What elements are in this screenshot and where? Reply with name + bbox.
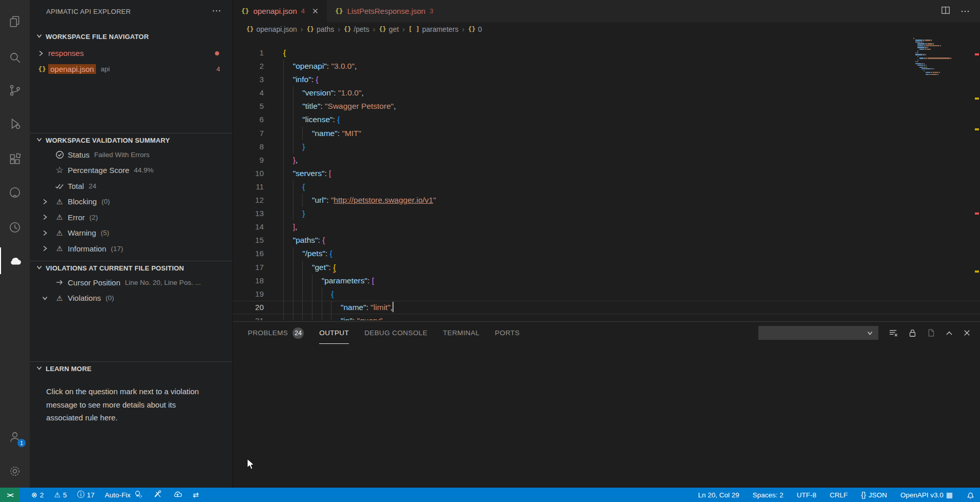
panel-tab-terminal[interactable]: TERMINAL: [443, 322, 479, 344]
explorer-icon[interactable]: [0, 8, 30, 35]
chevron-up-icon[interactable]: [945, 330, 953, 337]
tab-listpetsresponse-json[interactable]: {}ListPetsResponse.json3: [327, 0, 441, 22]
breadcrumb-separator: ›: [301, 25, 303, 33]
activity-bar: 1: [0, 0, 30, 488]
chevron-down-icon: [36, 136, 43, 145]
code-line-12[interactable]: 12"url": "http://petstore.swagger.io/v1": [233, 194, 980, 207]
status-item-5[interactable]: ⚠5: [50, 488, 70, 502]
section-header-workspace-file-navigator[interactable]: WORKSPACE FILE NAVIGATOR: [30, 30, 232, 43]
clear-output-icon[interactable]: [888, 328, 898, 338]
tree-item-violations[interactable]: ⚠Violations(0): [30, 291, 232, 306]
code-line-1[interactable]: 1{: [233, 46, 980, 60]
run-debug-icon[interactable]: [0, 110, 30, 137]
split-editor-icon[interactable]: [941, 6, 950, 17]
chevron-right-icon: [40, 245, 49, 252]
tree-item-percentage-score[interactable]: ☆Percentage Score44.9%: [30, 163, 232, 179]
remote-indicator[interactable]: ><: [0, 488, 19, 502]
lock-icon[interactable]: [908, 328, 917, 338]
code-line-14[interactable]: 14],: [233, 220, 980, 234]
tree-item-blocking[interactable]: ⚠Blocking(0): [30, 194, 232, 210]
tree-item-error[interactable]: ⚠Error(2): [30, 209, 232, 225]
open-in-editor-icon[interactable]: [927, 328, 935, 338]
tree-item-status[interactable]: StatusFailed With Errors: [30, 147, 232, 163]
panel-tab-ports[interactable]: PORTS: [495, 322, 520, 344]
code-line-15[interactable]: 15"paths": {: [233, 234, 980, 247]
close-tab-icon[interactable]: [312, 8, 319, 14]
code-line-21[interactable]: 21"in": "query",: [233, 314, 980, 320]
code-line-19[interactable]: 19{: [233, 287, 980, 301]
breadcrumb-item-paths[interactable]: {}paths: [307, 25, 335, 33]
code-line-9[interactable]: 9},: [233, 153, 980, 167]
status-item-auto-fix[interactable]: Auto-Fix: [101, 488, 146, 502]
panel-tab-output[interactable]: OUTPUT: [319, 322, 349, 344]
code-line-5[interactable]: 5"title": "Swagger Petstore",: [233, 100, 980, 113]
tree-item-information[interactable]: ⚠Information(17): [30, 241, 232, 257]
panel-tab-problems[interactable]: PROBLEMS24: [248, 322, 304, 344]
minimap[interactable]: [913, 38, 963, 75]
tree-item-total[interactable]: Total24: [30, 178, 232, 194]
code-line-17[interactable]: 17"get": {: [233, 261, 980, 274]
breadcrumb-item-pets[interactable]: {}/pets: [344, 25, 369, 33]
tree-item-openapi-json[interactable]: {}openapi.jsonapi4: [30, 61, 232, 77]
bell-icon[interactable]: [966, 491, 975, 499]
status-item-cloud-upload[interactable]: [169, 488, 186, 502]
code-line-6[interactable]: 6"license": {: [233, 113, 980, 126]
code-line-7[interactable]: 7"name": "MIT": [233, 127, 980, 140]
status-item-json[interactable]: {}JSON: [857, 488, 890, 502]
code-editor[interactable]: 1{2"openapi": "3.0.0",3"info": {4"versio…: [233, 36, 980, 321]
extensions-icon[interactable]: [0, 146, 30, 172]
code-line-16[interactable]: 16"/pets": {: [233, 247, 980, 260]
tab-openapi-json[interactable]: {}openapi.json4: [233, 0, 327, 22]
status-item-2[interactable]: ⊗2: [28, 488, 47, 502]
panel-tab-debug-console[interactable]: DEBUG CONSOLE: [364, 322, 427, 344]
code-line-18[interactable]: 18"parameters": [: [233, 274, 980, 287]
section-header-violations-at-current-file-position[interactable]: VIOLATIONS AT CURRENT FILE POSITION: [30, 261, 232, 275]
settings-icon[interactable]: [0, 458, 30, 485]
accounts-icon[interactable]: 1: [0, 423, 30, 450]
breadcrumb-item-openapi-json[interactable]: {}openapi.json: [246, 25, 297, 33]
status-item-utf-8[interactable]: UTF-8: [793, 488, 820, 502]
section-header-learn-more[interactable]: LEARN MORE: [30, 362, 232, 375]
tree-item-description: Failed With Errors: [94, 151, 150, 159]
modified-dot-badge: [215, 51, 219, 55]
status-item-openapi-v3-0[interactable]: OpenAPI v3.0▦: [897, 488, 956, 502]
status-item-tools[interactable]: [149, 488, 166, 502]
code-line-8[interactable]: 8}: [233, 140, 980, 153]
status-item-swap[interactable]: ⇄: [189, 488, 203, 502]
tree-item-label: Violations: [68, 294, 101, 302]
code-line-20[interactable]: 20"name": "limit",: [233, 301, 980, 314]
line-number: 17: [233, 261, 264, 274]
code-line-10[interactable]: 10"servers": [: [233, 167, 980, 180]
status-item-crlf[interactable]: CRLF: [826, 488, 851, 502]
section-header-workspace-validation-summary[interactable]: WORKSPACE VALIDATION SUMMARY: [30, 133, 232, 147]
status-item-ln-20-col-29[interactable]: Ln 20, Col 29: [694, 488, 742, 502]
history-icon[interactable]: [0, 214, 30, 241]
search-icon[interactable]: [0, 44, 30, 71]
tree-item-cursor-position[interactable]: Cursor PositionLine No. 20, Line Pos. ..…: [30, 275, 232, 291]
code-line-4[interactable]: 4"version": "1.0.0",: [233, 86, 980, 100]
github-icon[interactable]: [0, 179, 30, 206]
info-icon: ⓘ: [77, 490, 84, 499]
breadcrumb-item-parameters[interactable]: [ ]parameters: [408, 25, 459, 33]
code-line-13[interactable]: 13}: [233, 207, 980, 220]
apimatic-cloud-icon[interactable]: [0, 247, 30, 274]
breadcrumb-item-get[interactable]: {}get: [379, 25, 399, 33]
bottom-panel: PROBLEMS24OUTPUTDEBUG CONSOLETERMINALPOR…: [233, 321, 980, 488]
more-actions-icon[interactable]: ⋯: [961, 6, 970, 17]
close-icon[interactable]: [963, 329, 971, 337]
chevron-down-icon: [36, 264, 43, 273]
star-icon: ☆: [54, 165, 65, 176]
tree-item-label: Blocking: [68, 197, 97, 206]
line-number: 8: [233, 140, 264, 153]
code-line-2[interactable]: 2"openapi": "3.0.0",: [233, 60, 980, 73]
source-control-icon[interactable]: [0, 77, 30, 104]
code-line-11[interactable]: 11{: [233, 180, 980, 194]
status-item-spaces-2[interactable]: Spaces: 2: [749, 488, 787, 502]
more-actions-icon[interactable]: ⋯: [212, 5, 221, 16]
tree-item-warning[interactable]: ⚠Warning(5): [30, 225, 232, 241]
status-item-17[interactable]: ⓘ17: [73, 488, 98, 502]
code-line-3[interactable]: 3"info": {: [233, 73, 980, 86]
breadcrumb-item-0[interactable]: {}0: [468, 25, 482, 33]
tree-item-responses[interactable]: responses: [30, 45, 232, 61]
output-channel-select[interactable]: [758, 326, 878, 340]
